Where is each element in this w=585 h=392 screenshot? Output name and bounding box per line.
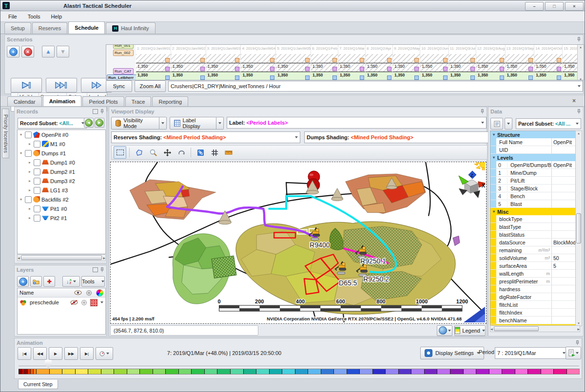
zoom-tool[interactable] — [147, 146, 159, 159]
period-segment[interactable] — [359, 369, 372, 374]
record-subset-combo[interactable]: Record Subset: <All... — [18, 118, 87, 129]
timeline-cell-runcat[interactable]: 1,350 — [563, 63, 578, 72]
period-segment[interactable] — [527, 369, 541, 374]
checkbox[interactable] — [25, 150, 32, 157]
milestone-square[interactable] — [165, 75, 170, 80]
timeline-cell-runcat[interactable]: 1,350 — [171, 63, 206, 72]
layer-row[interactable]: preschedule — [18, 298, 105, 307]
records-horizontal-scrollbar[interactable]: ◀▶ — [17, 254, 106, 261]
timeline-column[interactable]: 7: 2019/Q1/Mar 1,350 1,350 — [338, 45, 366, 80]
tree-row[interactable]: ▸ Pit2 #1 — [18, 213, 105, 223]
move-up-button[interactable]: ▲ — [42, 46, 55, 57]
milestone-square[interactable] — [270, 58, 274, 62]
milestone-square[interactable] — [443, 67, 448, 71]
period-segment[interactable] — [437, 369, 450, 374]
timeline-cell-leibherr[interactable]: 1,350 — [366, 72, 392, 80]
chevron-down-icon[interactable] — [100, 301, 103, 303]
data-row[interactable]: solidVolume m³ 50 — [490, 254, 580, 262]
data-row[interactable]: Full Name OpenPit — [490, 138, 580, 146]
milestone-square[interactable] — [528, 67, 533, 71]
milestone-square[interactable] — [165, 67, 170, 71]
milestone-square[interactable] — [270, 75, 274, 80]
timeline-cell-leibherr[interactable]: 1,350 — [136, 72, 171, 80]
timeline-cell-run002[interactable] — [506, 54, 534, 63]
timeline-column[interactable]: 1: 2019/Q1/Jan/W01 1,350 1,350 — [136, 45, 171, 80]
timeline-cell-runcat[interactable]: 1,350 — [311, 63, 338, 72]
timeline-cell-leibherr[interactable]: 1,350 — [393, 72, 420, 80]
tab-setup[interactable]: Setup — [4, 22, 31, 34]
pin-icon[interactable] — [575, 340, 580, 346]
expander-icon[interactable]: ▾ — [19, 197, 23, 202]
pin-icon[interactable] — [100, 267, 104, 273]
export-button[interactable] — [566, 347, 581, 359]
expander-icon[interactable]: ▸ — [27, 169, 32, 174]
period-segment[interactable] — [36, 369, 49, 374]
timeline-column[interactable]: 10: 2019/Q2/Jun 1,350 1,350 — [420, 45, 448, 80]
milestone-square[interactable] — [443, 75, 448, 80]
data-row[interactable]: 3 Stage/Block — [490, 185, 580, 192]
period-segment[interactable] — [372, 369, 386, 374]
milestone-square[interactable] — [235, 58, 239, 62]
viewport-3d-canvas[interactable]: R9400 R9250.1 R9250.2 D65.5 X Z — [110, 162, 487, 324]
eye-icon[interactable] — [74, 290, 82, 295]
timeline-cell-run002[interactable] — [311, 54, 338, 63]
timeline-cell-runcat[interactable]: 1,350 — [393, 63, 420, 72]
add-layer-folder-button[interactable] — [30, 276, 42, 287]
timeline-cell-leibherr[interactable]: 1,350 — [563, 72, 578, 80]
timeline-cell-run002[interactable] — [393, 54, 420, 63]
period-segment[interactable] — [295, 369, 308, 374]
menu-help[interactable]: Help — [46, 12, 67, 21]
timeline-cell-run002[interactable] — [338, 54, 365, 63]
timeline-cell-runcat[interactable]: 1,350 — [506, 63, 534, 72]
period-segment[interactable] — [515, 369, 528, 374]
data-horizontal-scrollbar[interactable]: ◀▶ — [490, 325, 580, 332]
tab-current-step[interactable]: Current Step — [18, 380, 58, 389]
milestone-square[interactable] — [443, 58, 448, 62]
milestone-square[interactable] — [200, 58, 205, 62]
period-segment[interactable] — [347, 369, 360, 374]
data-row[interactable]: UID — [490, 146, 580, 154]
data-row[interactable]: dataSource BlockMode — [490, 239, 580, 246]
checkbox[interactable] — [34, 205, 40, 212]
period-segment[interactable] — [62, 369, 75, 374]
tree-row-label[interactable]: Dump2 #1 — [50, 169, 75, 175]
tree-row[interactable]: ▾ OpenPit #0 — [18, 130, 105, 139]
tree-row[interactable]: ▸ LG1 #3 — [18, 186, 105, 195]
timeline-cell-runcat[interactable]: 1,350 — [338, 63, 365, 72]
period-color-strip[interactable] — [19, 369, 580, 374]
data-row[interactable]: blastStatus — [490, 231, 580, 239]
menu-tools[interactable]: Tools — [23, 12, 45, 21]
milestone-square[interactable] — [387, 67, 391, 71]
maximize-button[interactable]: □ — [545, 2, 564, 11]
color-wheel-icon[interactable] — [96, 289, 103, 297]
milestone-square[interactable] — [470, 58, 475, 62]
milestone-square[interactable] — [360, 58, 364, 62]
period-segment[interactable] — [308, 369, 321, 374]
period-segment[interactable] — [256, 369, 269, 374]
wireframe-icon[interactable] — [81, 299, 87, 306]
layer-color-swatch[interactable] — [90, 299, 98, 306]
timeline-column[interactable]: 11: 2019/Q3/Jul 1,350 1,350 — [449, 45, 476, 80]
data-row[interactable]: hardness — [490, 285, 580, 293]
tab-calendar[interactable]: Calendar — [7, 96, 42, 106]
timeline-cell-run002[interactable] — [171, 54, 206, 63]
visibility-mode-button[interactable]: Visibility Mode — [111, 117, 167, 129]
milestone-square[interactable] — [305, 58, 310, 62]
milestone-square[interactable] — [360, 75, 364, 80]
period-segment[interactable] — [321, 369, 334, 374]
checkbox[interactable] — [34, 187, 40, 194]
data-row[interactable]: blockType — [490, 215, 580, 223]
data-row[interactable]: 0 OpenPit/Dumps/B... OpenPit — [490, 161, 580, 169]
tab-animation[interactable]: Animation — [43, 95, 82, 106]
pin-icon[interactable] — [100, 109, 104, 114]
period-segment[interactable] — [243, 369, 256, 374]
timeline-slider-track[interactable] — [19, 366, 579, 366]
milestone-square[interactable] — [165, 58, 170, 62]
milestone-square[interactable] — [414, 58, 419, 62]
eye-hidden-icon[interactable] — [70, 300, 78, 305]
period-segment[interactable] — [450, 369, 463, 374]
milestone-square[interactable] — [528, 58, 533, 62]
legend-button[interactable]: Legend — [454, 325, 486, 336]
period-segment[interactable] — [411, 369, 424, 374]
timeline-cell-run002[interactable] — [449, 54, 476, 63]
